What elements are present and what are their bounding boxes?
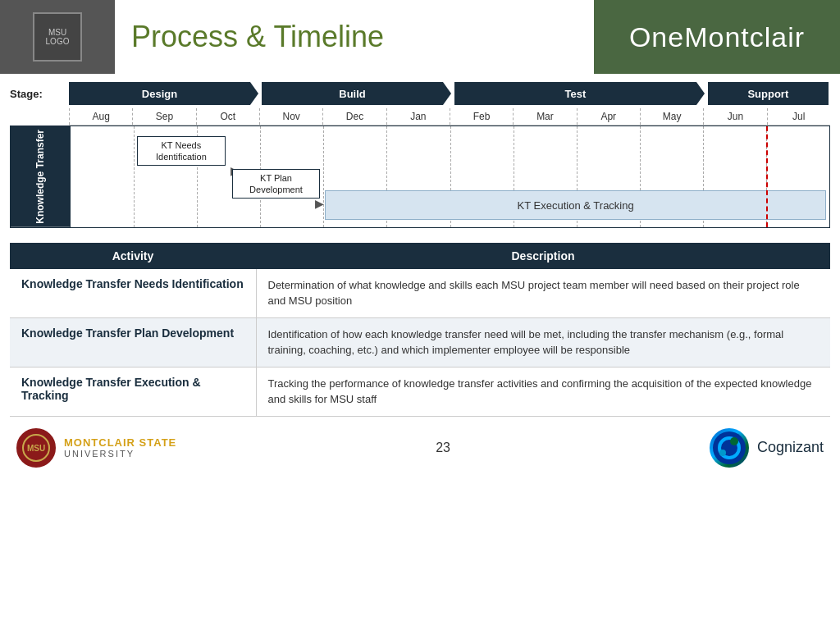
description-1: Determination of what knowledge and skil… bbox=[256, 269, 830, 318]
page-header: MSULOGO Process & Timeline OneMontclair bbox=[0, 0, 840, 74]
activity-2: Knowledge Transfer Plan Development bbox=[10, 317, 256, 367]
msu-emblem-svg: MSU bbox=[21, 433, 51, 463]
stage-support: Support bbox=[708, 82, 829, 105]
plan-to-exec-arrow: ▶ bbox=[315, 197, 324, 210]
description-3: Tracking the performance of knowledge tr… bbox=[256, 367, 830, 416]
cognizant-svg bbox=[711, 430, 747, 466]
page-number: 23 bbox=[436, 441, 450, 455]
month-nov: Nov bbox=[259, 108, 322, 125]
month-mar: Mar bbox=[513, 108, 576, 125]
gantt-row-label: Knowledge Transfer bbox=[11, 126, 70, 227]
table-row-1: Knowledge Transfer Needs Identification … bbox=[10, 269, 830, 318]
stage-bars: Design Build Test Support bbox=[69, 82, 830, 105]
gantt-area: Knowledge Transfer KT Needs Identificati… bbox=[10, 126, 830, 228]
gantt-bars-overlay: KT Needs Identification ▶ KT Plan Develo… bbox=[71, 126, 829, 227]
month-apr: Apr bbox=[577, 108, 640, 125]
month-feb: Feb bbox=[450, 108, 513, 125]
msu-university-sub: UNIVERSITY bbox=[64, 449, 176, 459]
activity-3: Knowledge Transfer Execution & Tracking bbox=[10, 367, 256, 416]
cognizant-box: Cognizant bbox=[710, 428, 824, 468]
cognizant-label: Cognizant bbox=[757, 439, 824, 456]
month-aug: Aug bbox=[69, 108, 132, 125]
msu-logo-icon: MSU bbox=[16, 428, 56, 468]
svg-text:MSU: MSU bbox=[27, 444, 45, 453]
timeline-section: Stage: Design Build Test Support Aug Sep… bbox=[0, 74, 840, 236]
month-jul: Jul bbox=[767, 108, 830, 125]
month-may: May bbox=[640, 108, 703, 125]
col-description-header: Description bbox=[256, 243, 830, 269]
msu-university-name: MONTCLAIR STATE bbox=[64, 436, 176, 449]
logo-box: MSULOGO bbox=[0, 0, 115, 74]
stage-test: Test bbox=[454, 82, 696, 105]
month-jun: Jun bbox=[703, 108, 766, 125]
activity-1: Knowledge Transfer Needs Identification bbox=[10, 269, 256, 318]
table-row-3: Knowledge Transfer Execution & Tracking … bbox=[10, 367, 830, 416]
table-row-2: Knowledge Transfer Plan Development Iden… bbox=[10, 317, 830, 367]
description-2: Identification of how each knowledge tra… bbox=[256, 317, 830, 367]
gantt-grid: KT Needs Identification ▶ KT Plan Develo… bbox=[70, 126, 829, 227]
footer-left: MSU MONTCLAIR STATE UNIVERSITY bbox=[16, 428, 176, 468]
table-header-row: Activity Description bbox=[10, 243, 830, 269]
page-title: Process & Timeline bbox=[131, 20, 384, 54]
stage-label: Stage: bbox=[10, 88, 69, 100]
month-sep: Sep bbox=[132, 108, 195, 125]
stage-design: Design bbox=[69, 82, 250, 105]
red-dashed-line bbox=[766, 126, 768, 227]
msu-text-block: MONTCLAIR STATE UNIVERSITY bbox=[64, 436, 176, 459]
cognizant-logo-icon bbox=[710, 428, 749, 468]
kt-exec-bar: KT Execution & Tracking bbox=[325, 190, 826, 220]
col-activity-header: Activity bbox=[10, 243, 256, 269]
month-dec: Dec bbox=[322, 108, 386, 125]
kt-plan-bar: KT Plan Development bbox=[232, 169, 321, 199]
brand-name: OneMontclair bbox=[629, 21, 805, 53]
page-footer: MSU MONTCLAIR STATE UNIVERSITY 23 Cogniz… bbox=[0, 420, 840, 476]
kt-needs-bar: KT Needs Identification bbox=[137, 136, 226, 166]
activity-table: Activity Description Knowledge Transfer … bbox=[10, 243, 830, 417]
month-jan: Jan bbox=[386, 108, 450, 125]
svg-point-5 bbox=[719, 450, 726, 456]
stage-row: Stage: Design Build Test Support bbox=[10, 82, 830, 105]
svg-point-4 bbox=[730, 437, 738, 445]
month-row: Aug Sep Oct Nov Dec Jan Feb Mar Apr May … bbox=[69, 108, 830, 126]
header-logo-icon: MSULOGO bbox=[33, 12, 82, 62]
header-title-box: Process & Timeline bbox=[115, 0, 594, 74]
stage-build: Build bbox=[262, 82, 443, 105]
month-oct: Oct bbox=[196, 108, 259, 125]
table-section: Activity Description Knowledge Transfer … bbox=[0, 243, 840, 417]
header-brand-box: OneMontclair bbox=[594, 0, 840, 74]
